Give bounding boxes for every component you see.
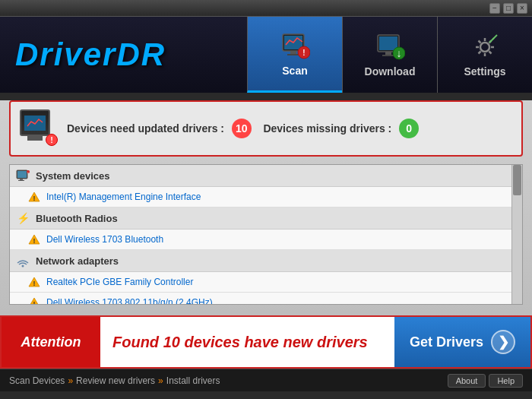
warning-triangle-icon: ! — [28, 191, 40, 203]
download-icon: ↓ — [375, 32, 405, 62]
breadcrumb-scan: Scan Devices — [9, 375, 65, 386]
warning-triangle-icon: ! — [28, 276, 40, 288]
header: DriverDR ! Scan — [0, 17, 532, 93]
svg-text:!: ! — [33, 280, 36, 287]
list-item[interactable]: ! Dell Wireless 1703 802.11b/g/n (2.4GHz… — [10, 293, 522, 304]
svg-rect-25 — [20, 179, 23, 180]
svg-point-34 — [22, 265, 24, 268]
svg-point-12 — [480, 43, 489, 52]
device-list-container: ! System devices ! Intel(R) Management E… — [9, 164, 523, 305]
breadcrumb: Scan Devices » Review new drivers » Inst… — [9, 375, 220, 386]
maximize-button[interactable]: □ — [503, 3, 514, 14]
list-item[interactable]: ! Dell Wireless 1703 Bluetooth — [10, 230, 522, 250]
breadcrumb-install: Install drivers — [166, 375, 220, 386]
svg-rect-8 — [385, 52, 391, 55]
breadcrumb-chevron-2: » — [158, 375, 163, 386]
svg-text:!: ! — [33, 195, 36, 202]
missing-count-badge: 0 — [399, 119, 419, 138]
svg-text:!: ! — [33, 300, 36, 304]
svg-line-20 — [479, 52, 481, 54]
svg-rect-7 — [379, 36, 397, 50]
tab-settings-label: Settings — [464, 65, 505, 78]
network-icon — [16, 254, 30, 268]
update-count-badge: 10 — [232, 119, 252, 138]
category-network: Network adapters — [10, 250, 522, 272]
svg-rect-9 — [382, 55, 394, 56]
logo-suffix: DR — [116, 36, 166, 72]
scrollbar-track[interactable] — [511, 165, 522, 304]
logo: DriverDR — [15, 36, 166, 73]
status-text: Devices need updated drivers : 10 Device… — [67, 119, 512, 138]
svg-line-17 — [479, 41, 481, 43]
device-list[interactable]: ! System devices ! Intel(R) Management E… — [10, 165, 522, 304]
tab-download-label: Download — [365, 65, 416, 78]
close-button[interactable]: × — [517, 3, 527, 14]
get-drivers-button[interactable]: Get Drivers ❯ — [394, 317, 530, 367]
svg-text:!: ! — [27, 171, 28, 175]
arrow-circle-icon: ❯ — [491, 330, 515, 354]
category-network-label: Network adapters — [36, 255, 119, 267]
settings-icon — [470, 32, 500, 62]
svg-rect-3 — [287, 54, 299, 55]
logo-prefix: Driver — [15, 36, 116, 72]
category-system-devices: ! System devices — [10, 165, 522, 187]
category-system-devices-label: System devices — [36, 170, 110, 182]
svg-line-18 — [489, 52, 492, 54]
device-item-name: Dell Wireless 1703 Bluetooth — [46, 234, 163, 245]
device-item-name: Dell Wireless 1703 802.11b/g/n (2.4GHz) — [46, 297, 213, 304]
svg-text:!: ! — [33, 237, 36, 245]
svg-rect-24 — [17, 171, 27, 178]
svg-rect-2 — [290, 51, 296, 54]
main-content: ! Devices need updated drivers : 10 Devi… — [0, 100, 532, 369]
tab-scan[interactable]: ! Scan — [247, 17, 342, 93]
breadcrumb-chevron-1: » — [68, 375, 73, 386]
svg-text:⚡: ⚡ — [17, 212, 30, 225]
footer: Scan Devices » Review new drivers » Inst… — [0, 369, 532, 391]
device-item-name: Realtek PCIe GBE Family Controller — [46, 277, 193, 287]
minimize-button[interactable]: − — [489, 3, 500, 14]
about-button[interactable]: About — [448, 374, 486, 388]
bluetooth-icon: ⚡ — [16, 211, 30, 225]
scrollbar-thumb[interactable] — [513, 165, 521, 195]
device-item-name: Intel(R) Management Engine Interface — [46, 192, 201, 202]
system-devices-icon: ! — [16, 169, 30, 182]
attention-label: Attention — [2, 317, 100, 367]
scan-icon: ! — [280, 31, 310, 62]
svg-line-22 — [489, 38, 494, 43]
devices-need-update-label: Devices need updated drivers : — [67, 122, 224, 135]
svg-text:!: ! — [302, 49, 305, 57]
attention-message: Found 10 devices have new drivers — [100, 317, 394, 367]
svg-text:↓: ↓ — [397, 47, 402, 59]
tab-scan-label: Scan — [282, 65, 307, 77]
category-bluetooth-label: Bluetooth Radios — [36, 213, 118, 224]
devices-missing-label: Devices missing drivers : — [263, 122, 391, 135]
get-drivers-label: Get Drivers — [410, 334, 483, 350]
status-icon: ! — [20, 109, 58, 147]
list-item[interactable]: ! Realtek PCIe GBE Family Controller — [10, 272, 522, 293]
warning-triangle-icon: ! — [28, 233, 40, 245]
breadcrumb-review: Review new drivers — [76, 375, 155, 386]
attention-bar: Attention Found 10 devices have new driv… — [0, 315, 532, 369]
category-bluetooth: ⚡ Bluetooth Radios — [10, 207, 522, 230]
title-bar: − □ × — [0, 0, 532, 17]
warning-triangle-icon: ! — [28, 296, 40, 304]
svg-rect-26 — [18, 180, 24, 181]
tab-settings[interactable]: Settings — [437, 17, 532, 93]
status-bar: ! Devices need updated drivers : 10 Devi… — [9, 100, 523, 157]
tab-download[interactable]: ↓ Download — [342, 17, 437, 93]
nav-tabs: ! Scan ↓ Download — [247, 17, 532, 93]
help-button[interactable]: Help — [489, 374, 523, 388]
list-item[interactable]: ! Intel(R) Management Engine Interface — [10, 187, 522, 207]
footer-right: About Help — [448, 374, 523, 388]
warning-badge: ! — [46, 134, 58, 146]
